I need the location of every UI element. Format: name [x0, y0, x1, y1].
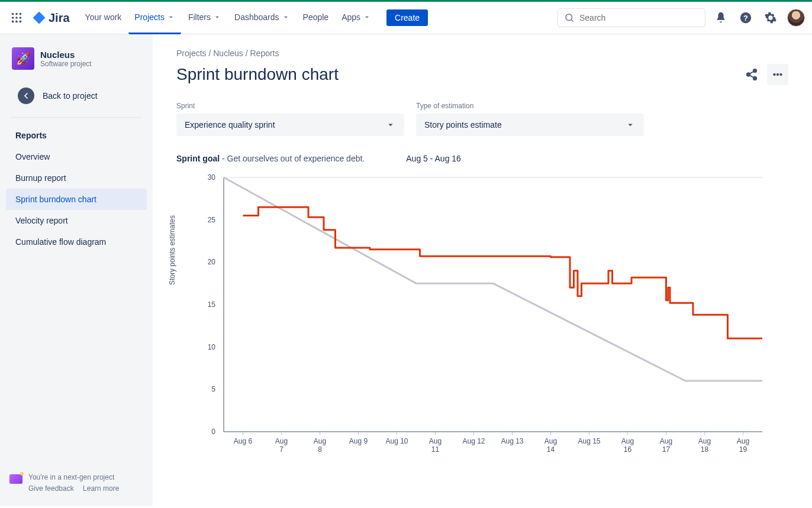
sprint-select[interactable]: Experience quality sprint	[176, 114, 404, 136]
svg-text:Aug 13: Aug 13	[501, 437, 523, 445]
learn-more-link[interactable]: Learn more	[83, 484, 119, 493]
user-avatar[interactable]	[787, 9, 805, 27]
more-actions-icon[interactable]	[767, 64, 788, 85]
svg-point-2	[20, 13, 22, 15]
estimation-filter-label: Type of estimation	[416, 102, 644, 110]
svg-text:8: 8	[318, 445, 322, 454]
svg-text:14: 14	[547, 445, 555, 454]
create-button[interactable]: Create	[386, 9, 428, 26]
svg-point-3	[12, 17, 14, 19]
svg-line-17	[750, 75, 753, 77]
jira-logo[interactable]: Jira	[32, 11, 70, 25]
estimation-select[interactable]: Story points estimate	[416, 114, 644, 136]
sidebar-footer: You're in a next-gen project Give feedba…	[6, 466, 147, 500]
svg-text:Aug 15: Aug 15	[578, 437, 600, 445]
svg-text:?: ?	[743, 14, 748, 22]
svg-text:5: 5	[211, 385, 215, 393]
sidebar-item-velocity-report[interactable]: Velocity report	[6, 210, 147, 231]
svg-point-5	[20, 17, 22, 19]
sidebar-item-sprint-burndown-chart[interactable]: Sprint burndown chart	[6, 189, 147, 210]
sidebar-section-label: Reports	[6, 118, 147, 146]
sidebar: 🚀 Nucleus Software project Back to proje…	[0, 34, 153, 506]
svg-point-15	[753, 77, 757, 80]
app-switcher-icon[interactable]	[7, 8, 26, 27]
help-icon[interactable]: ?	[736, 8, 755, 27]
svg-text:Aug 12: Aug 12	[462, 437, 485, 445]
svg-text:Aug: Aug	[737, 437, 749, 445]
main-content: Projects / Nucleus / Reports Sprint burn…	[153, 34, 812, 506]
nav-item-filters[interactable]: Filters	[182, 2, 227, 34]
sidebar-item-cumulative-flow-diagram[interactable]: Cumulative flow diagram	[6, 231, 147, 253]
svg-text:Aug: Aug	[660, 437, 672, 445]
sidebar-item-overview[interactable]: Overview	[6, 146, 147, 167]
sprint-date-range: Aug 5 - Aug 16	[406, 154, 461, 163]
sprint-goal-label: Sprint goal	[176, 154, 220, 163]
svg-text:11: 11	[431, 445, 440, 454]
settings-icon[interactable]	[761, 8, 780, 27]
svg-text:19: 19	[739, 445, 747, 454]
search-field[interactable]	[579, 13, 699, 22]
svg-text:30: 30	[208, 173, 216, 182]
nav-item-your-work[interactable]: Your work	[79, 2, 128, 34]
page-title: Sprint burndown chart	[176, 65, 339, 84]
svg-point-18	[774, 73, 776, 76]
svg-text:25: 25	[208, 216, 216, 224]
share-icon[interactable]	[741, 64, 762, 85]
svg-text:20: 20	[208, 258, 216, 266]
y-axis-label: Story points estimates	[168, 215, 176, 284]
svg-text:0: 0	[211, 428, 215, 436]
svg-text:18: 18	[701, 445, 709, 454]
project-icon: 🚀	[12, 47, 34, 70]
svg-text:Aug 9: Aug 9	[349, 437, 368, 445]
footer-info: You're in a next-gen project	[28, 472, 126, 483]
svg-text:Aug 10: Aug 10	[385, 437, 408, 445]
svg-text:15: 15	[208, 300, 216, 309]
sprint-goal-text: - Get ourselves out of experience debt.	[220, 154, 365, 163]
notifications-icon[interactable]	[711, 8, 730, 27]
svg-text:17: 17	[662, 445, 671, 454]
svg-point-9	[566, 14, 572, 21]
sprint-select-value: Experience quality sprint	[185, 120, 275, 130]
logo-text: Jira	[49, 11, 70, 25]
nav-item-people[interactable]: People	[297, 2, 335, 34]
svg-point-14	[747, 73, 750, 76]
nav-items: Your workProjectsFiltersDashboardsPeople…	[79, 2, 377, 34]
project-name: Nucleus	[40, 50, 92, 60]
project-type: Software project	[40, 60, 92, 68]
nextgen-icon	[9, 474, 22, 484]
project-header[interactable]: 🚀 Nucleus Software project	[6, 47, 147, 82]
give-feedback-link[interactable]: Give feedback	[28, 484, 74, 493]
svg-text:7: 7	[279, 445, 283, 454]
svg-point-20	[780, 73, 782, 76]
top-nav: Jira Your workProjectsFiltersDashboardsP…	[0, 0, 812, 34]
sidebar-item-burnup-report[interactable]: Burnup report	[6, 167, 147, 189]
svg-text:16: 16	[624, 445, 632, 454]
nav-item-apps[interactable]: Apps	[336, 2, 377, 34]
sprint-filter-label: Sprint	[176, 102, 404, 110]
svg-text:Aug 6: Aug 6	[234, 437, 253, 445]
burndown-chart: Story points estimates 510152025300Aug 6…	[176, 172, 788, 469]
back-to-project-link[interactable]: Back to project	[11, 82, 142, 118]
chart-svg: 510152025300Aug 6Aug7Aug8Aug 9Aug 10Aug1…	[176, 172, 768, 467]
svg-line-10	[571, 20, 573, 22]
back-label: Back to project	[43, 91, 98, 101]
svg-text:Aug: Aug	[429, 437, 442, 445]
chevron-down-icon	[625, 119, 636, 130]
svg-point-6	[12, 21, 14, 23]
nav-item-dashboards[interactable]: Dashboards	[228, 2, 296, 34]
svg-point-19	[776, 73, 779, 76]
search-input[interactable]	[558, 8, 705, 27]
svg-point-8	[20, 21, 22, 23]
estimation-select-value: Story points estimate	[424, 120, 502, 130]
svg-point-13	[753, 69, 757, 73]
svg-text:Aug: Aug	[621, 437, 634, 445]
svg-line-16	[750, 72, 753, 74]
nav-item-projects[interactable]: Projects	[128, 2, 181, 34]
svg-text:Aug: Aug	[314, 437, 326, 445]
svg-text:10: 10	[208, 343, 216, 351]
svg-point-0	[12, 13, 14, 15]
chevron-down-icon	[385, 119, 396, 130]
svg-text:Aug: Aug	[275, 437, 288, 445]
breadcrumb[interactable]: Projects / Nucleus / Reports	[176, 48, 788, 58]
svg-point-7	[15, 21, 18, 23]
